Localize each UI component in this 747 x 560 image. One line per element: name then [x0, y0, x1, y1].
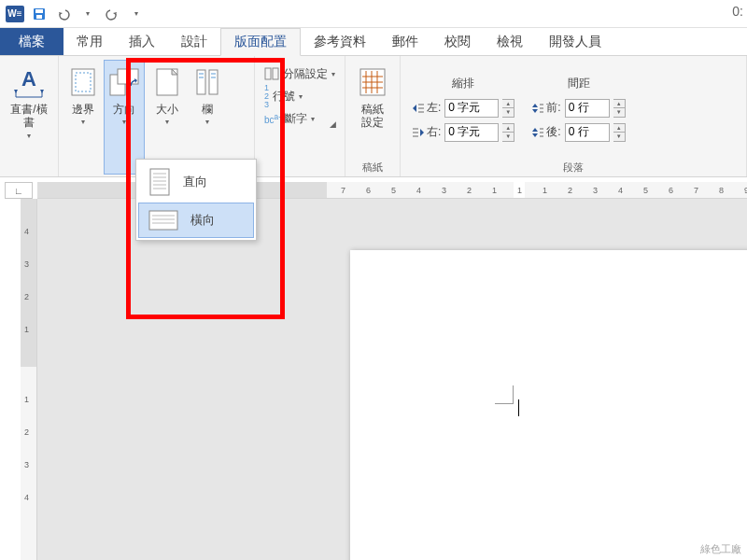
- svg-rect-42: [149, 211, 177, 230]
- tab-developer[interactable]: 開發人員: [536, 28, 614, 55]
- dropdown-arrow-icon: ▾: [27, 132, 31, 140]
- manuscript-group-label: 稿紙: [351, 159, 394, 175]
- document-page[interactable]: [350, 250, 747, 560]
- quick-access-toolbar: W≡ ▾ ▾: [4, 3, 148, 25]
- word-icon[interactable]: W≡: [4, 3, 26, 25]
- ruler-tick: 4: [618, 186, 623, 195]
- margin-corner-mark: [495, 385, 514, 404]
- group-paragraph: 縮排 左: ▲▼ 右: ▲▼ 間距 前: ▲▼: [401, 56, 747, 176]
- indent-left-spinner[interactable]: ▲▼: [502, 99, 514, 118]
- breaks-icon: [264, 67, 279, 80]
- orientation-button[interactable]: 方向 ▾: [104, 60, 145, 175]
- manuscript-button[interactable]: 稿紙設定: [351, 60, 394, 159]
- text-direction-label: 直書/橫書: [7, 103, 50, 130]
- ruler-tick: 3: [24, 259, 29, 269]
- orientation-landscape-item[interactable]: 橫向: [138, 203, 254, 238]
- vertical-ruler[interactable]: 43211234: [21, 199, 37, 560]
- ruler-corner[interactable]: ∟: [5, 182, 33, 199]
- ruler-tick: 7: [694, 186, 698, 195]
- breaks-button[interactable]: 分隔設定 ▾: [261, 63, 339, 84]
- tab-mailings[interactable]: 郵件: [379, 28, 431, 55]
- ruler-tick: 4: [416, 186, 421, 195]
- ruler-tick: 1: [543, 186, 547, 195]
- svg-rect-1: [35, 9, 43, 13]
- tab-file[interactable]: 檔案: [0, 28, 63, 55]
- indent-right-spinner[interactable]: ▲▼: [502, 123, 514, 142]
- indent-left-label: 左:: [412, 100, 441, 116]
- watermark-text: 綠色工廠: [700, 542, 741, 556]
- ruler-tick: 2: [24, 292, 29, 301]
- text-cursor: [518, 399, 519, 416]
- tab-design[interactable]: 設計: [168, 28, 220, 55]
- title-bar: W≡ ▾ ▾ 0:: [0, 0, 747, 28]
- page-setup-launcher-row: ◢: [261, 129, 339, 131]
- orientation-icon: [108, 63, 140, 101]
- tab-page-layout[interactable]: 版面配置: [220, 28, 301, 56]
- spacing-after-icon: [531, 127, 544, 138]
- dropdown-arrow-icon: ▾: [205, 118, 209, 126]
- ruler-tick: 3: [442, 186, 446, 195]
- columns-label: 欄: [202, 103, 213, 116]
- size-icon: [155, 63, 179, 101]
- ruler-tick: 4: [24, 227, 29, 236]
- tab-view[interactable]: 檢視: [484, 28, 536, 55]
- spacing-before-spinner[interactable]: ▲▼: [613, 99, 626, 118]
- tab-insert[interactable]: 插入: [116, 28, 168, 55]
- breaks-label: 分隔設定: [283, 66, 328, 82]
- line-numbers-label: 行號: [273, 89, 295, 105]
- group-text-direction: A 直書/橫書 ▾: [0, 56, 59, 176]
- group-manuscript: 稿紙設定 稿紙: [345, 56, 401, 176]
- ribbon: A 直書/橫書 ▾ 邊界 ▾ 方向 ▾: [0, 56, 747, 177]
- line-numbers-button[interactable]: 123 行號 ▾: [261, 86, 339, 106]
- ruler-tick: 1: [517, 186, 522, 195]
- ruler-tick: 3: [24, 460, 29, 469]
- columns-button[interactable]: 欄 ▾: [190, 60, 225, 175]
- dialog-launcher-icon[interactable]: ◢: [326, 118, 339, 131]
- spacing-before-input[interactable]: [565, 99, 610, 118]
- text-direction-button[interactable]: A 直書/橫書 ▾: [6, 60, 52, 175]
- margins-button[interactable]: 邊界 ▾: [64, 60, 102, 175]
- redo-button[interactable]: [101, 3, 123, 25]
- indent-right-label: 右:: [412, 124, 441, 140]
- undo-button[interactable]: [52, 3, 75, 25]
- ruler-tick: 6: [366, 186, 371, 195]
- spacing-after-spinner[interactable]: ▲▼: [613, 123, 626, 142]
- ruler-tick: 2: [24, 427, 29, 437]
- indent-left-icon: [412, 103, 425, 114]
- indent-left-input[interactable]: [444, 99, 499, 118]
- landscape-label: 橫向: [190, 212, 215, 229]
- ruler-tick: 8: [719, 186, 724, 195]
- qat-customize-button[interactable]: ▾: [125, 3, 148, 25]
- ruler-tick: 3: [593, 186, 598, 195]
- tab-review[interactable]: 校閱: [431, 28, 484, 55]
- ruler-tick: 5: [391, 186, 396, 195]
- save-button[interactable]: [28, 3, 50, 25]
- spacing-before-label: 前:: [531, 100, 560, 116]
- dropdown-arrow-icon: ▾: [122, 118, 126, 126]
- dropdown-arrow-icon: ▾: [331, 70, 335, 78]
- tab-home[interactable]: 常用: [63, 28, 116, 55]
- svg-rect-15: [265, 68, 271, 79]
- margins-icon: [70, 63, 96, 101]
- dropdown-arrow-icon: ▾: [81, 118, 85, 126]
- svg-rect-7: [118, 69, 138, 84]
- spacing-after-input[interactable]: [565, 123, 610, 142]
- tab-references[interactable]: 參考資料: [301, 28, 379, 55]
- undo-more-button[interactable]: ▾: [77, 3, 99, 25]
- orientation-label: 方向: [113, 103, 135, 116]
- orientation-dropdown: 直向 橫向: [135, 159, 257, 241]
- dropdown-arrow-icon: ▾: [165, 118, 169, 126]
- manuscript-label1: 稿紙: [361, 103, 384, 116]
- title-right-text: 0:: [732, 4, 743, 19]
- manuscript-icon: [359, 63, 387, 101]
- size-button[interactable]: 大小 ▾: [147, 60, 188, 175]
- line-numbers-icon: 123: [264, 84, 269, 109]
- spacing-after-label: 後:: [531, 124, 560, 140]
- ruler-tick: 5: [643, 186, 648, 195]
- orientation-portrait-item[interactable]: 直向: [138, 161, 254, 203]
- svg-rect-16: [273, 68, 278, 79]
- spacing-before-icon: [531, 103, 544, 114]
- indent-right-input[interactable]: [444, 123, 499, 142]
- document-canvas[interactable]: [37, 199, 747, 560]
- portrait-icon: [148, 167, 172, 197]
